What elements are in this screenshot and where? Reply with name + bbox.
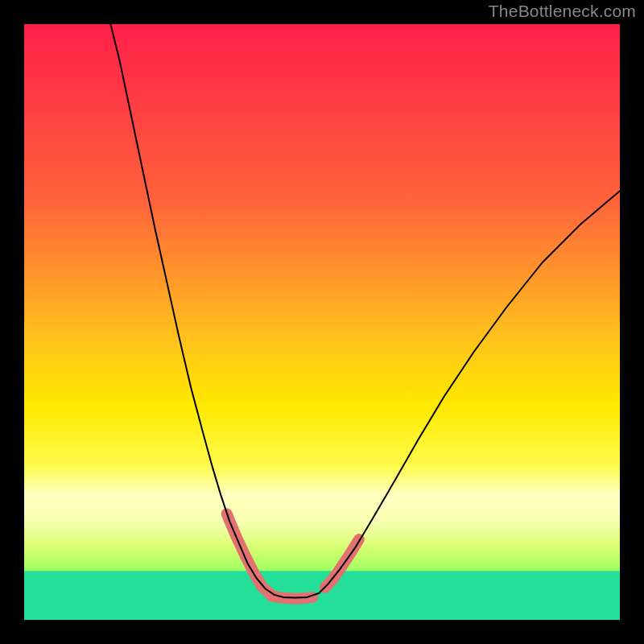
low-mismatch-band — [24, 571, 620, 620]
plot-background — [24, 24, 620, 620]
watermark-text: TheBottleneck.com — [489, 2, 636, 21]
chart-stage: TheBottleneck.com — [0, 0, 644, 644]
bottleneck-chart — [0, 0, 644, 644]
